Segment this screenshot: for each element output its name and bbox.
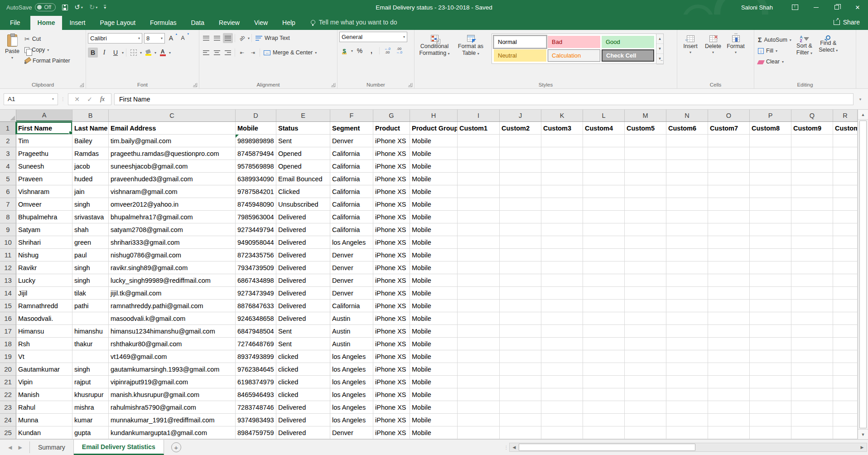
cell-O3[interactable]	[708, 147, 750, 160]
cell-N13[interactable]	[666, 274, 708, 287]
cell-N10[interactable]	[666, 236, 708, 249]
cell-P18[interactable]	[750, 338, 791, 350]
cell-I8[interactable]	[458, 211, 500, 223]
cell-E13[interactable]: Delivered	[276, 274, 330, 287]
cell-L2[interactable]	[583, 135, 625, 147]
column-header-A[interactable]: A	[16, 110, 72, 121]
cell-A25[interactable]: Kundan	[16, 426, 72, 439]
cell-B2[interactable]: Bailey	[72, 135, 109, 147]
style-good[interactable]: Good	[602, 36, 654, 48]
cell-K6[interactable]	[541, 185, 583, 198]
cell-H13[interactable]: Mobile	[410, 274, 458, 287]
cell-O8[interactable]	[708, 211, 750, 223]
cell-D19[interactable]: 8937493899	[236, 350, 276, 363]
cell-O9[interactable]	[708, 223, 750, 236]
cell-B7[interactable]: singh	[72, 198, 109, 211]
cell-F12[interactable]: Denver	[330, 261, 373, 274]
column-header-O[interactable]: O	[708, 110, 750, 121]
cell-F4[interactable]: California	[330, 160, 373, 173]
cell-Q21[interactable]	[791, 376, 833, 388]
increase-font-size-button[interactable]: A	[167, 33, 177, 43]
cell-B25[interactable]: gupta	[72, 426, 109, 439]
chevron-down-icon[interactable]: ▾	[169, 51, 171, 55]
cell-K24[interactable]	[541, 414, 583, 426]
formula-input[interactable]: First Name	[114, 93, 854, 105]
cell-B15[interactable]: pathi	[72, 300, 109, 312]
prev-sheet-icon[interactable]: ◀	[8, 445, 12, 450]
cell-R16[interactable]	[833, 312, 858, 325]
cell-M13[interactable]	[625, 274, 666, 287]
tab-view[interactable]: View	[247, 16, 275, 30]
row-header-19[interactable]: 19	[0, 350, 16, 363]
chevron-down-icon[interactable]: ▾	[248, 36, 250, 40]
cell-I9[interactable]	[458, 223, 500, 236]
cell-B6[interactable]: jain	[72, 185, 109, 198]
cell-Q17[interactable]	[791, 325, 833, 338]
cell-I13[interactable]	[458, 274, 500, 287]
cell-F11[interactable]: Denver	[330, 249, 373, 261]
cell-P25[interactable]	[750, 426, 791, 439]
column-header-B[interactable]: B	[72, 110, 109, 121]
cell-O15[interactable]	[708, 300, 750, 312]
cell-G10[interactable]: iPhone XS	[373, 236, 410, 249]
cell-C22[interactable]: manish.khusrupur@gmail.com	[109, 388, 236, 401]
format-painter-button[interactable]: Format Painter	[23, 55, 72, 66]
cell-K4[interactable]	[541, 160, 583, 173]
comma-style-button[interactable]: ,	[366, 46, 376, 56]
cell-J17[interactable]	[500, 325, 541, 338]
cell-J6[interactable]	[500, 185, 541, 198]
row-header-18[interactable]: 18	[0, 338, 16, 350]
cell-H18[interactable]: Mobile	[410, 338, 458, 350]
underline-button[interactable]: U	[111, 48, 121, 58]
cell-Q13[interactable]	[791, 274, 833, 287]
cell-Q1[interactable]: Custom9	[791, 122, 833, 135]
cell-D9[interactable]: 9273449794	[236, 223, 276, 236]
cell-F23[interactable]: los Angeles	[330, 401, 373, 414]
cell-L4[interactable]	[583, 160, 625, 173]
tabbar-resize-grip[interactable]: ⋮	[504, 446, 509, 449]
fill-button[interactable]: ↓Fill▾	[756, 45, 793, 56]
style-bad[interactable]: Bad	[548, 36, 600, 48]
cell-M11[interactable]	[625, 249, 666, 261]
decrease-decimal-button[interactable]: .00→.0	[394, 46, 404, 56]
cell-I14[interactable]	[458, 287, 500, 300]
chevron-down-icon[interactable]: ▾	[836, 48, 838, 53]
cell-Q4[interactable]	[791, 160, 833, 173]
row-header-2[interactable]: 2	[0, 135, 16, 147]
column-header-R[interactable]: R	[833, 110, 858, 121]
percent-style-button[interactable]: %	[355, 46, 365, 56]
cell-F1[interactable]: Segment	[330, 122, 373, 135]
cell-I2[interactable]	[458, 135, 500, 147]
cell-C8[interactable]: bhupalmehra17@gmail.com	[109, 211, 236, 223]
cell-H9[interactable]: Mobile	[410, 223, 458, 236]
cell-Q24[interactable]	[791, 414, 833, 426]
cell-R12[interactable]	[833, 261, 858, 274]
chevron-down-icon[interactable]: ▾	[140, 51, 142, 55]
cell-R6[interactable]	[833, 185, 858, 198]
middle-align-button[interactable]	[212, 33, 222, 43]
cell-G13[interactable]: iPhone XS	[373, 274, 410, 287]
cell-J13[interactable]	[500, 274, 541, 287]
cell-D13[interactable]: 6867434898	[236, 274, 276, 287]
cell-A1[interactable]: First Name	[16, 122, 72, 135]
cell-H22[interactable]: Mobile	[410, 388, 458, 401]
scroll-down-icon[interactable]: ▼	[858, 429, 868, 439]
top-align-button[interactable]	[201, 33, 211, 43]
cell-P7[interactable]	[750, 198, 791, 211]
cell-O11[interactable]	[708, 249, 750, 261]
cell-O7[interactable]	[708, 198, 750, 211]
cell-E2[interactable]: Sent	[276, 135, 330, 147]
cell-P8[interactable]	[750, 211, 791, 223]
cell-D14[interactable]: 9273473949	[236, 287, 276, 300]
chevron-down-icon[interactable]: ▾	[712, 50, 714, 54]
cell-K1[interactable]: Custom3	[541, 122, 583, 135]
align-right-button[interactable]	[223, 48, 233, 58]
cell-O10[interactable]	[708, 236, 750, 249]
column-header-H[interactable]: H	[410, 110, 458, 121]
select-all-corner[interactable]	[0, 110, 16, 121]
cell-J4[interactable]	[500, 160, 541, 173]
cell-N20[interactable]	[666, 363, 708, 376]
chevron-down-icon[interactable]: ▾	[351, 49, 353, 53]
cell-H15[interactable]: Mobile	[410, 300, 458, 312]
cell-K17[interactable]	[541, 325, 583, 338]
